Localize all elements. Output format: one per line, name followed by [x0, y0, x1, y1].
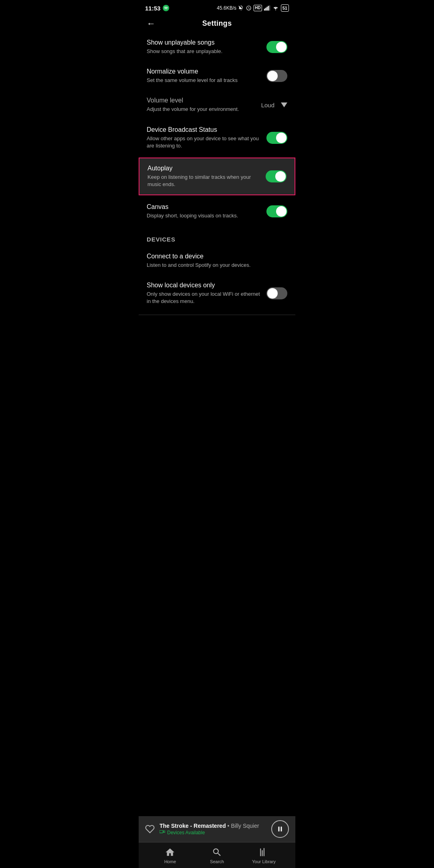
signal-icon	[264, 5, 270, 11]
toggle-canvas[interactable]	[266, 205, 287, 217]
settings-item-content: Show local devices only Only show device…	[147, 282, 266, 305]
hd-badge: HD	[254, 5, 262, 11]
toggle-autoplay[interactable]	[266, 170, 287, 182]
svg-rect-1	[264, 9, 265, 11]
toggle-normalize[interactable]	[266, 70, 287, 82]
settings-item-title: Canvas	[147, 203, 260, 211]
toggle-local-devices[interactable]	[266, 287, 287, 299]
settings-item-content: Canvas Display short, looping visuals on…	[147, 203, 266, 219]
volume-value-container: Loud	[261, 102, 287, 108]
mute-icon	[238, 5, 244, 11]
settings-item-desc: Display short, looping visuals on tracks…	[147, 212, 260, 219]
settings-item-content: Volume level Adjust the volume for your …	[147, 97, 261, 113]
svg-rect-4	[268, 6, 268, 10]
settings-item-normalize: Normalize volume Set the same volume lev…	[139, 61, 295, 90]
settings-item-content: Normalize volume Set the same volume lev…	[147, 68, 266, 84]
settings-item-title: Device Broadcast Status	[147, 126, 260, 133]
settings-item-content: Show unplayable songs Show songs that ar…	[147, 39, 266, 55]
settings-item-desc: Keep on listening to similar tracks when…	[147, 174, 259, 188]
settings-item-volume-level[interactable]: Volume level Adjust the volume for your …	[139, 90, 295, 119]
settings-item-title: Show local devices only	[147, 282, 260, 289]
settings-item-title: Connect to a device	[147, 253, 281, 260]
volume-level-value: Loud	[261, 102, 274, 108]
settings-header: ← Settings	[139, 14, 295, 33]
page-title: Settings	[202, 19, 231, 28]
settings-item-desc: Listen to and control Spotify on your de…	[147, 262, 281, 269]
settings-item-title: Volume level	[147, 97, 255, 104]
back-button[interactable]: ←	[147, 18, 156, 29]
devices-section-header: Devices	[139, 226, 295, 246]
wifi-icon	[272, 5, 279, 11]
settings-item-desc: Adjust the volume for your environment.	[147, 106, 255, 113]
settings-scroll-content: Show unplayable songs Show songs that ar…	[139, 33, 295, 375]
settings-item-desc: Set the same volume level for all tracks	[147, 77, 260, 84]
settings-item-autoplay: Autoplay Keep on listening to similar tr…	[139, 158, 295, 195]
settings-item-device-broadcast: Device Broadcast Status Allow other apps…	[139, 120, 295, 156]
battery-icon: 51	[281, 4, 289, 12]
status-icons: 45.6KB/s HD 51	[217, 4, 289, 12]
settings-item-local-devices: Show local devices only Only show device…	[139, 275, 295, 311]
settings-item-content: Autoplay Keep on listening to similar tr…	[147, 165, 266, 188]
settings-item-content: Connect to a device Listen to and contro…	[147, 253, 287, 269]
settings-item-connect-device[interactable]: Connect to a device Listen to and contro…	[139, 246, 295, 275]
spotify-icon	[163, 5, 169, 11]
alarm-icon	[246, 5, 252, 11]
devices-section-title: Devices	[147, 236, 175, 243]
settings-item-show-unplayable: Show unplayable songs Show songs that ar…	[139, 33, 295, 61]
toggle-show-unplayable[interactable]	[266, 41, 287, 53]
toggle-device-broadcast[interactable]	[266, 132, 287, 144]
settings-item-title: Show unplayable songs	[147, 39, 260, 46]
svg-rect-5	[269, 6, 270, 11]
volume-arrow-icon	[281, 102, 287, 107]
svg-rect-2	[265, 8, 266, 10]
settings-item-desc: Show songs that are unplayable.	[147, 48, 260, 55]
network-speed: 45.6KB/s	[217, 5, 237, 11]
status-time: 11:53	[145, 5, 160, 12]
svg-rect-3	[266, 7, 267, 11]
settings-item-title: Autoplay	[147, 165, 259, 172]
divider	[139, 315, 295, 315]
settings-item-desc: Only show devices on your local WiFi or …	[147, 291, 260, 305]
battery-level: 51	[283, 6, 287, 10]
status-bar: 11:53 45.6KB/s HD 51	[139, 0, 295, 14]
settings-item-canvas: Canvas Display short, looping visuals on…	[139, 197, 295, 226]
settings-item-content: Device Broadcast Status Allow other apps…	[147, 126, 266, 149]
settings-item-title: Normalize volume	[147, 68, 260, 75]
settings-item-desc: Allow other apps on your device to see w…	[147, 135, 260, 149]
